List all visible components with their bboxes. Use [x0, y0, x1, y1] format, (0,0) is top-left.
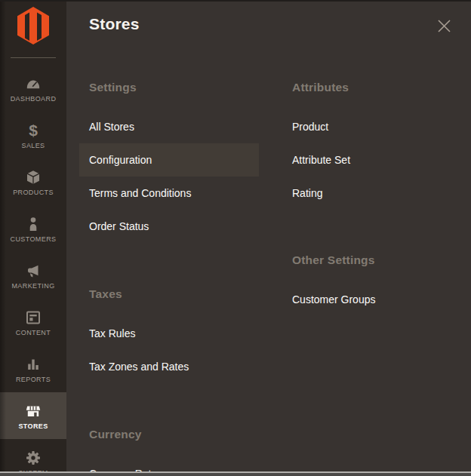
stores-shop-icon [25, 402, 42, 420]
marketing-megaphone-icon [25, 262, 42, 280]
sidebar-item-label: REPORTS [16, 376, 51, 383]
sidebar-item-label: PRODUCTS [13, 189, 54, 196]
section-header: Attributes [292, 81, 471, 110]
products-box-icon [25, 168, 42, 186]
menu-item-order-status[interactable]: Order Status [79, 210, 259, 243]
reports-barchart-icon [25, 355, 42, 373]
menu-item-customer-groups[interactable]: Customer Groups [282, 283, 462, 316]
section-header: Other Settings [292, 253, 471, 283]
sidebar-item-label: CONTENT [16, 329, 51, 336]
menu-section-other-settings: Other Settings Customer Groups [292, 253, 471, 316]
sidebar-item-label: STORES [18, 422, 48, 430]
admin-sidebar: DASHBOARD $ SALES PRODUCTS CUSTOMER [0, 0, 66, 476]
close-icon [436, 17, 453, 35]
close-button[interactable] [435, 17, 453, 35]
menu-item-all-stores[interactable]: All Stores [79, 110, 259, 143]
menu-section-attributes: Attributes Product Attribute Set Rating [292, 81, 471, 210]
sales-dollar-icon: $ [29, 121, 38, 140]
sidebar-item-customers[interactable]: CUSTOMERS [0, 205, 66, 252]
section-header: Settings [89, 81, 269, 110]
dashboard-gauge-icon [25, 75, 42, 93]
panel-title: Stores [89, 15, 140, 33]
top-edge-line [0, 0, 471, 2]
menu-item-tax-zones-and-rates[interactable]: Tax Zones and Rates [79, 350, 259, 383]
sidebar-item-label: DASHBOARD [11, 95, 57, 103]
stores-menu-panel: Stores Settings All Stores Configuration… [66, 0, 471, 476]
sidebar-item-stores[interactable]: STORES [0, 392, 66, 439]
menu-item-tax-rules[interactable]: Tax Rules [79, 317, 259, 350]
menu-item-terms-and-conditions[interactable]: Terms and Conditions [79, 177, 259, 210]
sidebar-item-products[interactable]: PRODUCTS [0, 158, 66, 205]
menu-item-attribute-set[interactable]: Attribute Set [282, 143, 462, 177]
menu-item-product[interactable]: Product [282, 110, 462, 143]
menu-section-currency: Currency Currency Rates [89, 428, 269, 476]
sidebar-divider [11, 57, 56, 58]
sidebar-item-label: SALES [21, 142, 45, 149]
sidebar-item-label: CUSTOMERS [11, 235, 57, 243]
sidebar-item-dashboard[interactable]: DASHBOARD [0, 65, 66, 112]
section-header: Taxes [89, 287, 269, 317]
sidebar-item-content[interactable]: CONTENT [0, 299, 66, 345]
sidebar-item-system[interactable]: SYSTEM [0, 439, 66, 476]
customers-person-icon [25, 215, 42, 233]
sidebar-item-reports[interactable]: REPORTS [0, 345, 66, 392]
sidebar-nav: DASHBOARD $ SALES PRODUCTS CUSTOMER [0, 65, 66, 476]
sidebar-item-label: MARKETING [11, 282, 54, 290]
page-below-strip [0, 473, 471, 476]
menu-item-rating[interactable]: Rating [282, 177, 462, 210]
sidebar-item-marketing[interactable]: MARKETING [0, 252, 66, 299]
menu-item-configuration[interactable]: Configuration [79, 143, 259, 177]
system-gear-icon [25, 449, 42, 467]
sidebar-item-sales[interactable]: $ SALES [0, 112, 66, 158]
magento-logo-icon [17, 6, 50, 45]
section-header: Currency [89, 428, 269, 457]
magento-logo[interactable] [0, 6, 66, 45]
content-layout-icon [25, 309, 42, 327]
menu-section-taxes: Taxes Tax Rules Tax Zones and Rates [89, 287, 269, 383]
menu-section-settings: Settings All Stores Configuration Terms … [89, 81, 269, 243]
